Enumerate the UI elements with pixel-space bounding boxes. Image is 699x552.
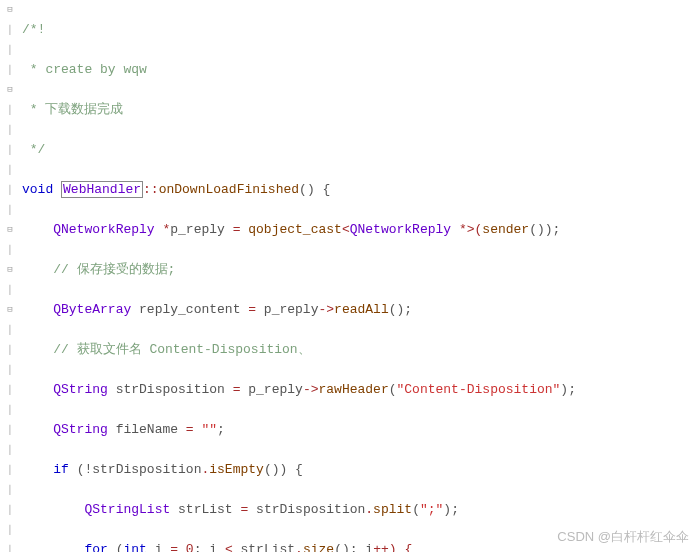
method-name: onDownLoadFinished: [159, 182, 299, 197]
comment-block-start: /*!: [22, 22, 45, 37]
fold-marker[interactable]: ⊟: [0, 0, 20, 20]
comment-author: * create by wqw: [22, 62, 147, 77]
fold-marker[interactable]: ⊟: [0, 260, 20, 280]
comment-desc: * 下载数据完成: [22, 102, 123, 117]
code-editor: ⊟ │ │ │ ⊟ │ │ │ │ │ │ ⊟ │ ⊟ │ ⊟ │ │ │ │ …: [0, 0, 699, 552]
watermark: CSDN @白杆杆红伞伞: [557, 528, 689, 546]
comment-block-end: */: [22, 142, 45, 157]
fold-marker[interactable]: ⊟: [0, 220, 20, 240]
fold-gutter: ⊟ │ │ │ ⊟ │ │ │ │ │ │ ⊟ │ ⊟ │ ⊟ │ │ │ │ …: [0, 0, 20, 552]
fold-marker[interactable]: ⊟: [0, 300, 20, 320]
class-name: WebHandler: [61, 181, 143, 198]
comment-save-data: // 保存接受的数据;: [53, 262, 175, 277]
comment-filename: // 获取文件名 Content-Disposition、: [53, 342, 310, 357]
fold-marker[interactable]: ⊟: [0, 80, 20, 100]
code-content[interactable]: /*! * create by wqw * 下载数据完成 */ void Web…: [20, 0, 699, 552]
keyword-void: void: [22, 182, 53, 197]
